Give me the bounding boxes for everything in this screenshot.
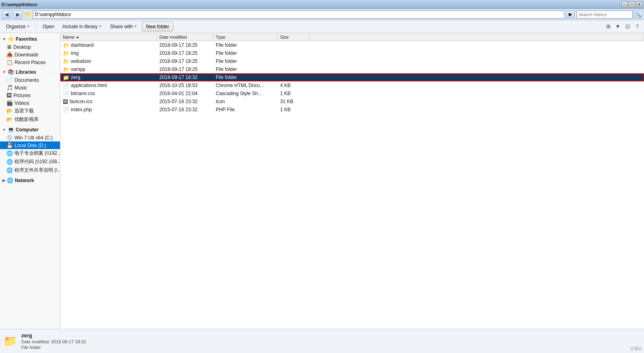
file-date-cell: 2015-07-16 23:32 — [157, 107, 213, 112]
file-type-cell: File folder — [213, 75, 278, 80]
youku-icon: 📂 — [6, 116, 13, 123]
include-arrow: ▼ — [99, 25, 102, 28]
preview-pane-button[interactable]: ⊡ — [623, 22, 632, 31]
file-list-body: 📁dashboard2018-09-17 18:25File folder📁im… — [60, 41, 644, 329]
file-date-cell: 2018-09-17 18:25 — [157, 42, 213, 48]
sidebar-section-computer: ▼ 💻 Computer 💿 Win 7 Ult x64 (C:) 💾 Loca… — [0, 125, 60, 174]
file-name-cell: 📄index.php — [60, 107, 157, 113]
sidebar-item-net3[interactable]: 🌐 程序文件共享说明 (\... — [0, 166, 60, 174]
main-layout: ▼ ⭐ Favorites 🖥 Desktop 📥 Downloads 📋 Re… — [0, 33, 644, 329]
share-with-button[interactable]: Share with ▼ — [106, 22, 141, 31]
maximize-button[interactable]: □ — [629, 2, 635, 7]
network-icon: 🌐 — [7, 177, 13, 183]
chevron-libraries: ▼ — [2, 70, 6, 74]
close-button[interactable]: ✕ — [636, 2, 642, 7]
table-row[interactable]: 📁zerg2018-09-17 18:32File folder — [60, 73, 644, 81]
file-name-cell: 📄bitnami.css — [60, 91, 157, 97]
sidebar-item-pictures[interactable]: 🖼 Pictures — [0, 91, 60, 99]
file-name-cell: 📁zerg — [60, 75, 157, 81]
file-icon: 📁 — [63, 75, 69, 81]
win7-icon: 💿 — [6, 135, 13, 141]
open-button[interactable]: Open — [39, 22, 58, 31]
search-button[interactable]: 🔍 — [634, 10, 642, 19]
file-name-cell: 📄applications.html — [60, 83, 157, 89]
col-header-type[interactable]: Type — [213, 33, 278, 41]
col-header-name[interactable]: Name ▲ — [60, 33, 157, 41]
table-row[interactable]: 📄index.php2015-07-16 23:32PHP File1 KB — [60, 106, 644, 114]
sidebar-item-xunlei[interactable]: 📂 迅雷下载 — [0, 107, 60, 115]
organize-button[interactable]: Organize ▼ — [2, 22, 34, 31]
sidebar-item-youku[interactable]: 📂 优酷影视库 — [0, 115, 60, 124]
file-icon: 📁 — [63, 50, 69, 56]
pictures-icon: 🖼 — [6, 92, 12, 98]
status-date: Date modified: 2018-09-17 18:32 — [21, 339, 86, 344]
table-row[interactable]: 🖼favicon.ico2015-07-16 23:32Icon31 KB — [60, 98, 644, 106]
col-header-rest — [310, 33, 644, 41]
sidebar-item-net1[interactable]: 🌐 电子专业档案 (\\192... — [0, 149, 60, 158]
minimize-button[interactable]: ─ — [621, 2, 628, 7]
organize-arrow: ▼ — [27, 25, 30, 28]
col-header-size[interactable]: Size — [278, 33, 310, 41]
table-row[interactable]: 📄bitnami.css2016-04-01 22:04Cascading St… — [60, 89, 644, 98]
chevron-favorites: ▼ — [2, 37, 6, 41]
file-type-cell: Chrome HTML Docu… — [213, 83, 278, 88]
sidebar-item-local-d[interactable]: 💾 Local Disk (D:) — [0, 141, 60, 149]
forward-button[interactable]: ▶ — [13, 10, 23, 19]
file-name-cell: 📁webalizer — [60, 58, 157, 64]
file-icon: 📄 — [63, 107, 69, 113]
sidebar-item-win7[interactable]: 💿 Win 7 Ult x64 (C:) — [0, 134, 60, 141]
xunlei-icon: 📂 — [6, 108, 13, 114]
go-button[interactable]: ▶ — [566, 10, 575, 19]
sidebar-item-desktop[interactable]: 🖥 Desktop — [0, 43, 60, 51]
table-row[interactable]: 📁webalizer2018-09-17 18:25File folder — [60, 57, 644, 65]
sidebar: ▼ ⭐ Favorites 🖥 Desktop 📥 Downloads 📋 Re… — [0, 33, 60, 329]
table-row[interactable]: 📄applications.html2016-10-25 18:53Chrome… — [60, 81, 644, 89]
col-header-date[interactable]: Date modified — [157, 33, 213, 41]
toolbar: Organize ▼ Open Include in library ▼ Sha… — [0, 20, 644, 33]
file-icon: 📁 — [63, 66, 69, 73]
file-date-cell: 2018-09-17 18:25 — [157, 66, 213, 72]
recent-icon: 📋 — [6, 59, 13, 65]
sidebar-item-net2[interactable]: 🌐 程序代码 (\\192.168... — [0, 158, 60, 166]
search-input[interactable] — [576, 10, 633, 19]
downloads-icon: 📥 — [6, 52, 13, 58]
file-icon: 📄 — [63, 91, 69, 97]
net1-icon: 🌐 — [6, 150, 13, 156]
table-row[interactable]: 📁img2018-09-17 18:25File folder — [60, 49, 644, 57]
file-name-cell: 🖼favicon.ico — [60, 99, 157, 105]
file-icon: 📄 — [63, 83, 69, 89]
sidebar-favorites-header[interactable]: ▼ ⭐ Favorites — [0, 35, 60, 43]
title-bar: D:\xampp\htdocs ─ □ ✕ — [0, 0, 644, 9]
file-type-cell: File folder — [213, 58, 278, 64]
sidebar-item-documents[interactable]: 📄 Documents — [0, 76, 60, 84]
include-in-library-button[interactable]: Include in library ▼ — [59, 22, 105, 31]
sidebar-item-music[interactable]: 🎵 Music — [0, 84, 60, 91]
view-tiles-button[interactable]: ⊞ — [604, 22, 613, 31]
sidebar-item-videos[interactable]: 🎬 Videos — [0, 99, 60, 107]
file-icon: 📁 — [63, 58, 69, 64]
chevron-computer: ▼ — [2, 128, 6, 132]
back-button[interactable]: ◀ — [2, 10, 11, 19]
sidebar-item-downloads[interactable]: 📥 Downloads — [0, 51, 60, 58]
sidebar-item-recent[interactable]: 📋 Recent Places — [0, 58, 60, 66]
file-date-cell: 2018-09-17 18:25 — [157, 58, 213, 64]
file-type-cell: PHP File — [213, 107, 278, 112]
file-type-cell: Icon — [213, 99, 278, 104]
file-name-cell: 📁dashboard — [60, 42, 157, 48]
new-folder-button[interactable]: New folder — [142, 22, 173, 31]
file-list-header: Name ▲ Date modified Type Size — [60, 33, 644, 41]
file-type-cell: File folder — [213, 50, 278, 56]
table-row[interactable]: 📁dashboard2018-09-17 18:25File folder — [60, 41, 644, 49]
table-row[interactable]: 📁xampp2018-09-17 18:25File folder — [60, 65, 644, 73]
sidebar-libraries-header[interactable]: ▼ 📚 Libraries — [0, 68, 60, 76]
file-icon: 📁 — [63, 42, 69, 48]
address-input[interactable] — [33, 10, 564, 19]
status-type: File folder — [21, 345, 86, 350]
sidebar-computer-header[interactable]: ▼ 💻 Computer — [0, 125, 60, 134]
status-folder-icon: 📁 — [3, 334, 17, 348]
help-button[interactable]: ? — [633, 22, 642, 31]
file-date-cell: 2018-09-17 18:32 — [157, 75, 213, 80]
net3-icon: 🌐 — [6, 167, 13, 173]
sidebar-network-header[interactable]: ▶ 🌐 Network — [0, 176, 60, 185]
view-dropdown-button[interactable]: ▼ — [613, 22, 622, 31]
